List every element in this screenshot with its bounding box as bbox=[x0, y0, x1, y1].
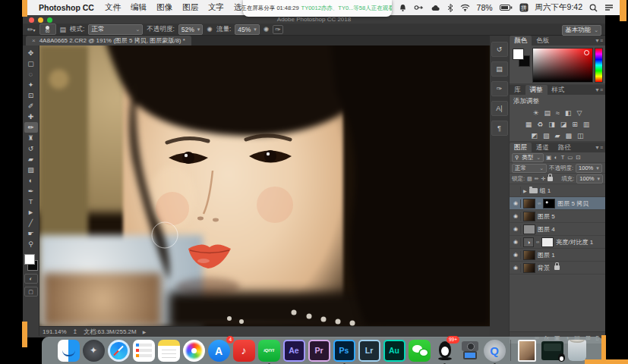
layer-filter-icon-3[interactable]: ▭ bbox=[567, 154, 573, 161]
adjustment-icon-2-1[interactable]: ▧ bbox=[543, 132, 550, 140]
status-flyout-icon[interactable]: ▶ bbox=[143, 329, 147, 334]
menu-编辑[interactable]: 编辑 bbox=[131, 2, 147, 11]
layer-filter-icon-2[interactable]: T bbox=[561, 154, 565, 161]
layer-row[interactable]: ▶组 1 bbox=[510, 184, 605, 197]
dock-minimized-window[interactable] bbox=[541, 339, 563, 362]
character-panel-icon[interactable]: A| bbox=[491, 101, 508, 116]
lasso-tool[interactable]: ◌ bbox=[24, 69, 38, 80]
zoom-level-field[interactable]: 191.14% bbox=[43, 328, 67, 335]
dodge-tool[interactable]: ◐ bbox=[24, 175, 38, 186]
eyedropper-tool[interactable]: ✐ bbox=[24, 101, 38, 111]
canvas[interactable] bbox=[39, 46, 490, 326]
layer-opacity-field[interactable]: 100%▾ bbox=[576, 164, 602, 173]
teamviewer-icon[interactable] bbox=[414, 2, 424, 13]
properties-panel-icon[interactable]: ▤ bbox=[491, 61, 508, 77]
flow-field[interactable]: 45% ▾ bbox=[235, 24, 260, 35]
visibility-eye-icon[interactable]: ◉ bbox=[511, 251, 521, 259]
dock-recent-photo-file[interactable] bbox=[516, 339, 538, 362]
airbrush-flow-icon[interactable]: ✺ bbox=[264, 26, 270, 33]
move-tool[interactable]: ✥ bbox=[24, 48, 38, 58]
visibility-box-empty[interactable] bbox=[511, 187, 521, 195]
layer-row[interactable]: ◉图层 4 bbox=[510, 223, 605, 236]
tab-layers[interactable]: 图层 bbox=[510, 143, 532, 152]
eraser-tool[interactable]: ▰ bbox=[24, 154, 38, 165]
paragraph-panel-icon[interactable]: ¶ bbox=[491, 121, 508, 136]
visibility-eye-icon[interactable]: ◉ bbox=[511, 264, 521, 272]
brush-preset-picker[interactable]: 60 bbox=[39, 24, 56, 35]
adjustment-icon-1-3[interactable]: ◪ bbox=[560, 121, 567, 128]
panel-menu-icon[interactable]: ▼≡ bbox=[595, 85, 605, 95]
lock-icon-1[interactable]: ✏ bbox=[535, 176, 539, 182]
screen-mode-button[interactable]: ▢ bbox=[24, 287, 38, 297]
layer-filter-icon-4[interactable]: ⊡ bbox=[576, 154, 580, 161]
visibility-eye-icon[interactable]: ◉ bbox=[511, 212, 521, 221]
menu-文字[interactable]: 文字 bbox=[208, 2, 224, 11]
dock-premiere-pro[interactable]: Pr bbox=[308, 339, 330, 362]
hue-slider[interactable] bbox=[595, 48, 603, 83]
healing-brush-tool[interactable]: ✚ bbox=[24, 111, 38, 122]
info-panel-icon[interactable]: ✑ bbox=[491, 81, 508, 96]
battery-icon[interactable] bbox=[500, 2, 513, 13]
visibility-eye-icon[interactable]: ◉ bbox=[511, 199, 521, 208]
adjustment-icon-1-0[interactable]: ▦ bbox=[525, 121, 532, 128]
dock-wechat[interactable] bbox=[408, 339, 431, 362]
tab-paths[interactable]: 路径 bbox=[554, 143, 576, 152]
adjustment-icon-0-0[interactable]: ☀ bbox=[533, 109, 539, 117]
app-menu-title[interactable]: Photoshop CC bbox=[39, 3, 94, 12]
dock-trash[interactable] bbox=[566, 339, 589, 362]
adjustment-icon-2-3[interactable]: ▩ bbox=[565, 132, 572, 140]
tab-channels[interactable]: 通道 bbox=[532, 143, 554, 152]
panel-menu-icon[interactable]: ▼≡ bbox=[595, 36, 605, 46]
tab-styles[interactable]: 样式 bbox=[548, 85, 570, 95]
menu-clock[interactable]: 周六下午9:42 bbox=[535, 2, 582, 13]
bluetooth-icon[interactable] bbox=[447, 2, 453, 13]
saturation-brightness-field[interactable] bbox=[532, 48, 593, 83]
adjustment-icon-0-4[interactable]: ▽ bbox=[577, 109, 582, 117]
dock-lightroom[interactable]: Lr bbox=[358, 339, 380, 362]
screen-share-banner[interactable]: 正在屏幕分享 01:48:29 TY0012赤赤、TY0...等58人正在观看 bbox=[243, 0, 392, 17]
menu-图像[interactable]: 图像 bbox=[156, 2, 172, 11]
quick-mask-button[interactable]: ◐ bbox=[24, 274, 38, 284]
dock-photoshop[interactable]: Ps bbox=[333, 339, 355, 362]
adjustment-icon-1-1[interactable]: ♻ bbox=[537, 121, 543, 128]
layer-row[interactable]: ◉∞图层 5 拷贝 bbox=[510, 197, 605, 210]
tab-adjustments[interactable]: 调整 bbox=[525, 85, 548, 95]
color-foreground-swatch[interactable] bbox=[513, 49, 524, 60]
adjustment-icon-0-2[interactable]: ≈ bbox=[556, 109, 560, 117]
share-image-icon[interactable]: ↥ bbox=[73, 328, 78, 335]
tab-libraries[interactable]: 库 bbox=[510, 85, 525, 95]
tab-swatches[interactable]: 色板 bbox=[532, 36, 554, 46]
dock-iqiyi[interactable]: iQIYI bbox=[257, 339, 280, 362]
dock-reminders[interactable] bbox=[132, 339, 155, 362]
blend-mode-select[interactable]: 正常 ⌄ bbox=[88, 24, 143, 35]
lock-icon-0[interactable]: ▨ bbox=[527, 176, 532, 182]
notification-bell-icon[interactable] bbox=[399, 2, 407, 13]
history-panel-icon[interactable]: ↺ bbox=[491, 42, 508, 57]
layer-filter-icon-1[interactable]: ◐ bbox=[554, 154, 558, 161]
zoom-tool[interactable]: ⚲ bbox=[24, 239, 38, 249]
brush-tool-preset-icon[interactable]: ✏▾ bbox=[27, 26, 36, 33]
adjustment-icon-1-4[interactable]: ⊞ bbox=[572, 121, 578, 128]
menu-图层[interactable]: 图层 bbox=[182, 2, 198, 11]
document-tab[interactable]: × 4A8A0665 2.CR2 @ 191% (图层 5 拷贝, 图层蒙版/8… bbox=[26, 36, 191, 46]
layer-fill-field[interactable]: 100%▾ bbox=[576, 174, 603, 184]
adjustment-icon-0-1[interactable]: ▤ bbox=[544, 109, 551, 117]
foreground-color-swatch[interactable] bbox=[24, 254, 35, 265]
brush-tool[interactable]: ✏ bbox=[24, 122, 38, 133]
lock-icon-2[interactable]: ✛ bbox=[541, 176, 546, 182]
layer-row[interactable]: ◉图层 1 bbox=[510, 249, 605, 262]
dock-finder[interactable] bbox=[57, 339, 80, 362]
dock-photos[interactable] bbox=[182, 339, 205, 362]
workspace-switcher[interactable]: 基本功能 ⌄ bbox=[562, 25, 601, 36]
close-document-icon[interactable]: × bbox=[32, 37, 36, 44]
type-tool[interactable]: T bbox=[24, 196, 38, 207]
gradient-tool[interactable]: ▨ bbox=[24, 165, 38, 175]
wifi-icon[interactable] bbox=[460, 2, 470, 13]
dock-camera-display-app[interactable] bbox=[458, 339, 481, 362]
visibility-eye-icon[interactable]: ◉ bbox=[511, 225, 521, 234]
adjustment-icon-1-2[interactable]: ◨ bbox=[548, 121, 555, 128]
visibility-eye-icon[interactable]: ◉ bbox=[511, 238, 521, 246]
clone-stamp-tool[interactable]: ♜ bbox=[24, 133, 38, 143]
hand-tool[interactable]: ☛ bbox=[24, 228, 38, 239]
history-brush-tool[interactable]: ↺ bbox=[24, 143, 38, 154]
